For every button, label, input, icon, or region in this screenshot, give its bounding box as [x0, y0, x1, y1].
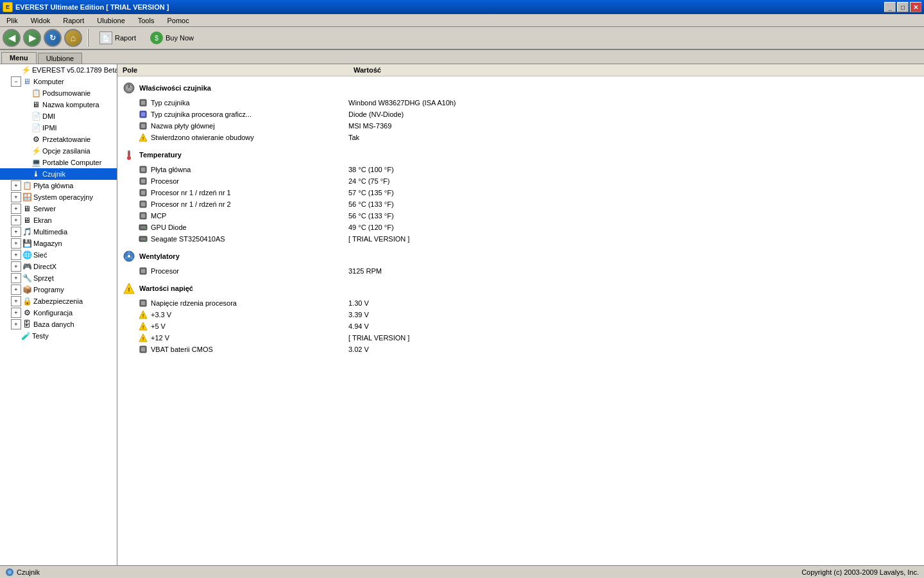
field-volt-5: +5 V [151, 322, 166, 330]
report-label: Raport [115, 34, 136, 42]
section-napiecia: ! Wartości napięć [117, 279, 924, 297]
sidebar-item-zabezpieczenia[interactable]: + 🔒 Zabezpieczenia [0, 295, 117, 307]
sidebar-item-podsumowanie[interactable]: 📋 Podsumowanie [0, 87, 117, 99]
val-temp-rdzen1: 57 °C (135 °F) [348, 189, 919, 197]
magazyn-icon: 💾 [22, 238, 32, 249]
expand-system[interactable]: + [11, 192, 21, 202]
expand-magazyn[interactable]: + [11, 238, 21, 249]
svg-rect-8 [141, 124, 145, 128]
directx-icon: 🎮 [22, 261, 32, 272]
expand-zabezpieczenia[interactable]: + [11, 296, 21, 306]
sidebar-item-everest[interactable]: ⚡ EVEREST v5.02.1789 Beta [0, 64, 117, 76]
sidebar-item-magazyn[interactable]: + 💾 Magazyn [0, 238, 117, 249]
val-volt-5: 4.94 V [348, 322, 919, 330]
serwer-icon: 🖥 [22, 204, 32, 214]
chip-icon-temp-1 [138, 176, 148, 186]
expand-siec[interactable]: + [11, 250, 21, 260]
val-temp-rdzen2: 56 °C (133 °F) [348, 200, 919, 208]
tab-menu[interactable]: Menu [1, 52, 37, 64]
dmi-icon: 📄 [31, 111, 41, 121]
field-temp-procesor: Procesor [151, 177, 179, 185]
row-temp-plyta: Płyta główna 38 °C (100 °F) [117, 164, 924, 175]
menu-raport[interactable]: Raport [59, 15, 88, 26]
sidebar-item-siec[interactable]: + 🌐 Sieć [0, 249, 117, 261]
tab-bar: Menu Ulubione [0, 50, 924, 64]
opcje-icon: ⚡ [31, 146, 41, 156]
sidebar: ⚡ EVEREST v5.02.1789 Beta − 🖥 Komputer 📋… [0, 64, 117, 565]
sidebar-item-serwer[interactable]: + 🖥 Serwer [0, 203, 117, 215]
sidebar-item-multimedia[interactable]: + 🎵 Multimedia [0, 226, 117, 238]
konfiguracja-icon: ⚙ [22, 308, 32, 318]
sidebar-item-czujnik[interactable]: 🌡 Czujnik [0, 168, 117, 180]
sidebar-item-testy[interactable]: 🧪 Testy [0, 330, 117, 342]
napiecia-title: Wartości napięć [139, 285, 193, 292]
expand-multimedia[interactable]: + [11, 227, 21, 237]
sidebar-item-ipmi[interactable]: 📄 IPMI [0, 122, 117, 134]
komputer-label: Komputer [33, 78, 64, 85]
menu-plik[interactable]: Plik [3, 15, 22, 26]
row-temp-procesor: Procesor 24 °C (75 °F) [117, 175, 924, 187]
sidebar-item-bazadanych[interactable]: + 🗄 Baza danych [0, 319, 117, 330]
home-button[interactable]: ⌂ [64, 29, 82, 47]
bazadanych-icon: 🗄 [22, 319, 32, 329]
svg-rect-25 [141, 226, 146, 229]
tab-ulubione[interactable]: Ulubione [38, 53, 82, 64]
svg-text:!: ! [142, 324, 144, 330]
expand-programy[interactable]: + [11, 285, 21, 295]
expand-serwer[interactable]: + [11, 204, 21, 214]
bazadanych-label: Baza danych [33, 320, 74, 328]
buynow-icon: $ [150, 31, 163, 44]
sidebar-item-programy[interactable]: + 📦 Programy [0, 284, 117, 295]
back-button[interactable]: ◀ [3, 29, 21, 47]
opcje-label: Opcje zasilania [42, 147, 90, 155]
field-volt-12: +12 V [151, 334, 169, 342]
sidebar-item-sprzet[interactable]: + 🔧 Sprzęt [0, 272, 117, 284]
minimize-button[interactable]: _ [884, 2, 896, 12]
sidebar-item-directx[interactable]: + 🎮 DirectX [0, 261, 117, 272]
row-typ-czujnika: Typ czujnika Winbond W83627DHG (ISA A10h… [117, 97, 924, 109]
sidebar-item-komputer[interactable]: − 🖥 Komputer [0, 76, 117, 87]
sidebar-item-nazwa[interactable]: 🖥 Nazwa komputera [0, 99, 117, 110]
row-temp-rdzen1: Procesor nr 1 / rdzeń nr 1 57 °C (135 °F… [117, 187, 924, 198]
expand-ekran[interactable]: + [11, 215, 21, 225]
sidebar-item-system[interactable]: + 🪟 System operacyjny [0, 191, 117, 203]
menu-pomoc[interactable]: Pomoc [163, 15, 193, 26]
czujnik-icon: 🌡 [31, 169, 41, 179]
val-volt-rdzen: 1.30 V [348, 299, 919, 307]
sidebar-item-konfiguracja[interactable]: + ⚙ Konfiguracja [0, 307, 117, 319]
sidebar-item-plyta[interactable]: + 📋 Płyta główna [0, 180, 117, 191]
row-typ-gpu: Typ czujnika procesora graficz... Diode … [117, 109, 924, 120]
buynow-button[interactable]: $ Buy Now [144, 29, 200, 47]
sidebar-item-dmi[interactable]: 📄 DMI [0, 110, 117, 122]
wlasciwosci-title: Właściwości czujnika [139, 84, 211, 92]
sidebar-item-opcje[interactable]: ⚡ Opcje zasilania [0, 145, 117, 157]
close-button[interactable]: ✕ [910, 2, 921, 12]
expand-konfiguracja[interactable]: + [11, 308, 21, 318]
expand-sprzet[interactable]: + [11, 273, 21, 283]
field-volt-33: +3.3 V [151, 311, 171, 319]
warning-icon-3: ! [138, 333, 148, 343]
expand-plyta[interactable]: + [11, 180, 21, 191]
sidebar-item-portable[interactable]: 💻 Portable Computer [0, 157, 117, 168]
fan-section-icon [123, 250, 135, 263]
maximize-button[interactable]: □ [897, 2, 909, 12]
val-otwieranie: Tak [348, 134, 919, 141]
menu-widok[interactable]: Widok [27, 15, 55, 26]
konfiguracja-label: Konfiguracja [33, 309, 73, 317]
nazwa-label: Nazwa komputera [42, 101, 99, 109]
expand-bazadanych[interactable]: + [11, 319, 21, 329]
menu-tools[interactable]: Tools [134, 15, 158, 26]
row-volt-33: ! +3.3 V 3.39 V [117, 309, 924, 320]
expand-directx[interactable]: + [11, 261, 21, 272]
val-volt-vbat: 3.02 V [348, 346, 919, 353]
expand-komputer[interactable]: − [11, 76, 21, 87]
refresh-button[interactable]: ↻ [44, 29, 62, 47]
svg-rect-21 [141, 202, 145, 206]
sidebar-item-przetaktowanie[interactable]: ⚙ Przetaktowanie [0, 134, 117, 145]
col-pole-header: Pole [123, 66, 354, 74]
menu-ulubione[interactable]: Ulubione [93, 15, 128, 26]
forward-button[interactable]: ▶ [23, 29, 41, 47]
row-otwieranie: ! Stwierdzono otwieranie obudowy Tak [117, 132, 924, 143]
sidebar-item-ekran[interactable]: + 🖥 Ekran [0, 215, 117, 226]
report-button[interactable]: 📄 Raport [94, 29, 142, 47]
